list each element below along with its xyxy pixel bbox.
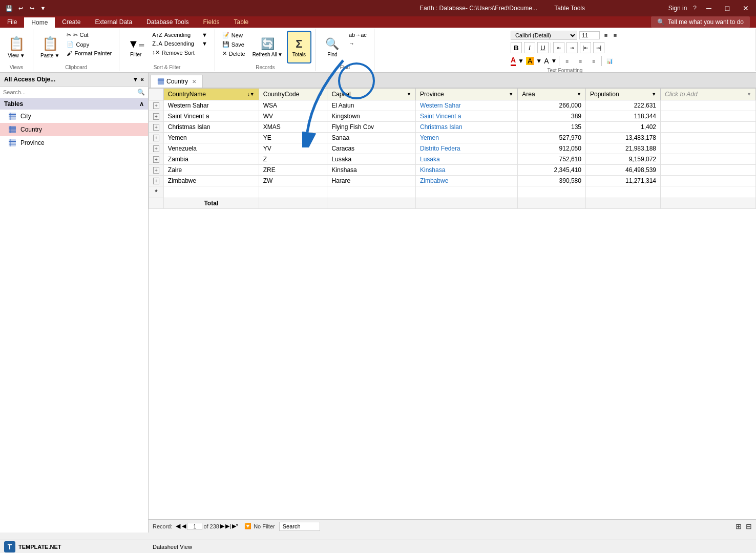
nav-search-input[interactable] [3, 89, 135, 95]
save-quick-btn[interactable]: 💾 [4, 3, 14, 13]
table-row[interactable]: + Western Sahar WSA El Aaiun Western Sah… [149, 100, 756, 111]
replace-button[interactable]: ab→ac [346, 31, 370, 39]
align-center-btn[interactable]: ≡ [575, 55, 586, 67]
help-btn[interactable]: ? [693, 5, 697, 12]
undo-btn[interactable]: ↩ [15, 3, 26, 13]
highlight-btn[interactable]: A [526, 57, 534, 65]
text-bg-dropdown[interactable]: ▼ [551, 57, 557, 65]
copy-button[interactable]: 📄 Copy [64, 40, 115, 49]
tab-create[interactable]: Create [55, 16, 88, 28]
align-left-btn[interactable]: ≡ [561, 55, 573, 67]
advanced-filter-button[interactable]: ▼ [199, 39, 211, 48]
refresh-all-button[interactable]: 🔄 Refresh All ▼ [249, 31, 286, 63]
outdent-btn[interactable]: ⇥ [566, 42, 578, 53]
nav-item-province[interactable]: Province [0, 136, 148, 150]
table-row[interactable]: + Zimbabwe ZW Harare Zimbabwe 390,580 11… [149, 176, 756, 186]
underline-button[interactable]: U [537, 42, 549, 53]
view-button[interactable]: 📋 View ▼ [4, 31, 29, 63]
col-area[interactable]: Area ▼ [518, 89, 586, 100]
ascending-button[interactable]: A↑Z Ascending [149, 31, 198, 39]
nav-item-city[interactable]: City [0, 110, 148, 123]
datasheet-view-btn[interactable]: ⊟ [746, 522, 752, 530]
tab-close-icon[interactable]: ✕ [192, 79, 196, 84]
row-expand-6[interactable]: + [149, 165, 164, 176]
bold-button[interactable]: B [511, 42, 522, 53]
minimize-btn[interactable]: ─ [703, 3, 715, 13]
prev-record-btn[interactable]: ◀ [182, 523, 186, 529]
tab-file[interactable]: File [0, 16, 24, 28]
maximize-btn[interactable]: □ [721, 3, 733, 13]
next-record-btn[interactable]: ▶ [220, 523, 224, 529]
tell-me-input[interactable]: 🔍 Tell me what you want to do [651, 16, 750, 28]
table-row[interactable]: + Yemen YE Sanaa Yemen 527,970 13,483,17… [149, 133, 756, 143]
delete-record-button[interactable]: ✕ Delete [219, 49, 248, 58]
select-button[interactable]: → [346, 39, 370, 48]
descending-button[interactable]: Z↓A Descending [149, 39, 198, 48]
last-btn[interactable]: ⇥| [593, 42, 604, 53]
tab-fields[interactable]: Fields [196, 16, 227, 28]
layout-view-btn[interactable]: ⊞ [736, 522, 742, 530]
new-row[interactable]: * [149, 186, 756, 198]
table-container[interactable]: CountryName ↓▼ CountryCode ▼ [149, 88, 756, 519]
highlight-dropdown[interactable]: ▼ [536, 57, 542, 65]
toggle-filter-button[interactable]: ▼ [199, 31, 211, 39]
table-row[interactable]: + Zambia Z Lusaka Lusaka 752,610 9,159,0… [149, 154, 756, 165]
tab-home[interactable]: Home [24, 16, 55, 28]
col-province[interactable]: Province ▼ [416, 89, 518, 100]
search-input[interactable] [279, 522, 320, 531]
capital-dropdown[interactable]: ▼ [407, 92, 411, 97]
col-population[interactable]: Population ▼ [585, 89, 660, 100]
col-click-to-add[interactable]: Click to Add ▼ [661, 89, 756, 100]
table-row[interactable]: + Venezuela YV Caracas Distrito Federa 9… [149, 143, 756, 154]
font-color-dropdown[interactable]: ▼ [518, 57, 524, 65]
font-select[interactable]: Calibri (Detail) [511, 31, 577, 40]
first-record-btn[interactable]: ◀| [176, 523, 181, 529]
indent-btn[interactable]: ⇤ [553, 42, 564, 53]
list-style-btn2[interactable]: ≡ [611, 31, 619, 39]
first-btn[interactable]: |⇤ [580, 42, 591, 53]
tab-table[interactable]: Table [227, 16, 256, 28]
save-record-button[interactable]: 💾 Save [219, 40, 248, 49]
row-expand-7[interactable]: + [149, 176, 164, 186]
col-capital[interactable]: Capital ▼ [327, 89, 416, 100]
row-expand-1[interactable]: + [149, 111, 164, 122]
tab-external-data[interactable]: External Data [88, 16, 139, 28]
list-style-btn[interactable]: ≡ [602, 31, 610, 39]
tab-database-tools[interactable]: Database Tools [139, 16, 196, 28]
cut-button[interactable]: ✂ ✂ Cut [64, 31, 115, 39]
chart-btn[interactable]: 📊 [604, 55, 615, 67]
click-to-add-dropdown[interactable]: ▼ [747, 92, 751, 97]
population-dropdown[interactable]: ▼ [652, 92, 656, 97]
col-country-name[interactable]: CountryName ↓▼ [163, 89, 259, 100]
quick-more-btn[interactable]: ▼ [38, 3, 48, 13]
remove-sort-button[interactable]: ↕✕ Remove Sort [149, 48, 198, 57]
redo-btn[interactable]: ↪ [27, 3, 37, 13]
nav-collapse-icon[interactable]: « [140, 76, 144, 83]
align-right-btn[interactable]: ≡ [588, 55, 599, 67]
row-expand-4[interactable]: + [149, 143, 164, 154]
new-record-button[interactable]: 📝 New [219, 31, 248, 39]
text-bg-btn[interactable]: A [544, 57, 549, 65]
font-size-input[interactable] [579, 31, 600, 39]
tables-section-header[interactable]: Tables ∧ [0, 98, 148, 110]
province-dropdown[interactable]: ▼ [509, 92, 513, 97]
row-expand-3[interactable]: + [149, 133, 164, 143]
new-record-nav-btn[interactable]: ▶* [232, 523, 238, 529]
totals-button[interactable]: Σ Totals [287, 31, 311, 63]
country-tab[interactable]: Country ✕ [151, 75, 203, 88]
filter-button[interactable]: ▼═ Filter [123, 31, 148, 63]
nav-search[interactable]: 🔍 [0, 87, 148, 98]
area-dropdown[interactable]: ▼ [577, 92, 581, 97]
last-record-btn[interactable]: ▶| [225, 523, 231, 529]
row-expand-2[interactable]: + [149, 122, 164, 133]
italic-button[interactable]: I [524, 42, 535, 53]
row-expand-5[interactable]: + [149, 154, 164, 165]
nav-expand-icon[interactable]: ▼ [132, 76, 138, 83]
country-code-dropdown[interactable]: ▼ [318, 92, 323, 97]
table-row[interactable]: + Zaire ZRE Kinshasa Kinshasa 2,345,410 … [149, 165, 756, 176]
record-num-input[interactable] [187, 523, 202, 530]
col-country-code[interactable]: CountryCode ▼ [259, 89, 327, 100]
paste-button[interactable]: 📋 Paste ▼ [37, 31, 62, 63]
close-btn[interactable]: ✕ [740, 3, 752, 13]
sign-in[interactable]: Sign in [668, 5, 687, 12]
